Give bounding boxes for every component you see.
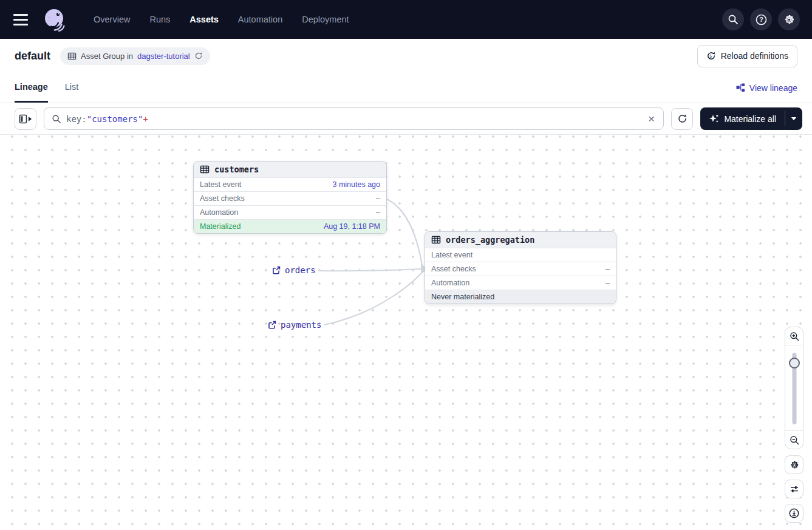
- zoom-slider[interactable]: [785, 345, 803, 430]
- lineage-edges: [0, 135, 812, 530]
- lineage-graph-icon: [736, 83, 745, 92]
- asset-node-orders-aggregation[interactable]: orders_aggregation Latest event Asset ch…: [425, 231, 616, 304]
- external-link-icon: [272, 266, 281, 274]
- zoom-slider-handle[interactable]: [789, 358, 800, 369]
- materialize-all-button[interactable]: Materialize all: [700, 107, 785, 130]
- asset-search-input[interactable]: key:"customers"+ ✕: [44, 107, 664, 130]
- help-icon: ?: [756, 14, 767, 25]
- refresh-icon[interactable]: [194, 52, 203, 60]
- materialized-timestamp-link[interactable]: Aug 19, 1:18 PM: [324, 222, 380, 231]
- materialize-dropdown-button[interactable]: [785, 107, 802, 130]
- asset-node-header[interactable]: orders_aggregation: [425, 232, 616, 248]
- svg-text:?: ?: [759, 16, 763, 23]
- nav-right-actions: ?: [722, 8, 800, 30]
- materialize-all-label: Materialize all: [724, 114, 776, 124]
- hamburger-menu-icon[interactable]: [13, 11, 30, 28]
- external-link-icon: [268, 321, 276, 329]
- tabs-row: Lineage List View lineage: [0, 73, 812, 103]
- nav-item-automation[interactable]: Automation: [238, 15, 282, 24]
- asset-row-automation: Automation –: [425, 276, 616, 290]
- zoom-controls: [785, 327, 803, 449]
- zoom-in-button[interactable]: [785, 327, 803, 345]
- refresh-icon: [677, 114, 687, 124]
- reload-definitions-label: Reload definitions: [721, 51, 788, 61]
- nav-item-runs[interactable]: Runs: [149, 15, 170, 24]
- asset-row-automation: Automation –: [194, 205, 386, 219]
- view-lineage-link[interactable]: View lineage: [736, 73, 797, 103]
- gear-icon: [783, 14, 795, 25]
- svg-text:5: 5: [709, 54, 712, 59]
- sliders-icon: [790, 484, 799, 494]
- reload-definitions-button[interactable]: 5 Reload definitions: [697, 45, 797, 67]
- external-asset-label: payments: [281, 320, 321, 330]
- dagster-logo-icon[interactable]: [43, 7, 67, 32]
- chevron-down-icon: [791, 117, 797, 121]
- graph-settings-button[interactable]: [785, 455, 803, 474]
- materialize-all-split-button: Materialize all: [700, 107, 802, 130]
- refresh-graph-button[interactable]: [671, 108, 693, 130]
- asset-row-materialized: Materialized Aug 19, 1:18 PM: [194, 219, 386, 233]
- lineage-graph-canvas[interactable]: customers Latest event 3 minutes ago Ass…: [0, 135, 812, 530]
- external-asset-payments[interactable]: payments: [268, 320, 321, 330]
- lineage-toolbar: key:"customers"+ ✕ Materialize all: [0, 103, 812, 135]
- asset-node-title: customers: [214, 165, 259, 174]
- asset-group-badge: Asset Group in dagster-tutorial: [60, 47, 210, 65]
- zoom-in-icon: [790, 331, 799, 341]
- open-sidebar-button[interactable]: [15, 108, 36, 130]
- asset-node-customers[interactable]: customers Latest event 3 minutes ago Ass…: [193, 161, 387, 234]
- page-title: default: [15, 50, 50, 63]
- gear-icon: [790, 460, 799, 470]
- external-asset-orders[interactable]: orders: [272, 265, 316, 275]
- settings-button[interactable]: [778, 8, 800, 30]
- view-lineage-label: View lineage: [749, 83, 797, 93]
- nav-item-overview[interactable]: Overview: [94, 15, 130, 24]
- search-icon: [52, 114, 61, 124]
- graph-filters-button[interactable]: [785, 480, 803, 498]
- help-button[interactable]: ?: [750, 8, 772, 30]
- asset-node-header[interactable]: customers: [194, 161, 386, 177]
- recenter-graph-button[interactable]: [785, 504, 803, 523]
- reload-icon: 5: [706, 51, 716, 61]
- nav-links: Overview Runs Assets Automation Deployme…: [94, 15, 349, 24]
- zoom-out-button[interactable]: [785, 430, 803, 449]
- clear-search-icon[interactable]: ✕: [646, 112, 658, 126]
- top-nav: Overview Runs Assets Automation Deployme…: [0, 0, 812, 39]
- search-icon: [728, 14, 739, 25]
- nav-item-assets[interactable]: Assets: [189, 15, 219, 24]
- tab-list[interactable]: List: [65, 73, 79, 103]
- page-header: default Asset Group in dagster-tutorial …: [0, 39, 812, 73]
- nav-item-deployment[interactable]: Deployment: [302, 15, 349, 24]
- table-icon: [67, 52, 77, 61]
- asset-row-asset-checks: Asset checks –: [425, 262, 616, 276]
- tab-lineage[interactable]: Lineage: [15, 73, 48, 103]
- asset-node-title: orders_aggregation: [446, 235, 534, 245]
- search-button[interactable]: [722, 8, 744, 30]
- badge-prefix: Asset Group in: [81, 52, 133, 61]
- download-circle-icon: [789, 508, 799, 518]
- sparkle-icon: [709, 114, 719, 124]
- panel-expand-icon: [19, 114, 32, 124]
- table-icon: [431, 235, 441, 245]
- asset-row-asset-checks: Asset checks –: [194, 191, 386, 205]
- zoom-out-icon: [790, 435, 799, 445]
- external-asset-label: orders: [285, 265, 316, 275]
- badge-repo-link[interactable]: dagster-tutorial: [137, 52, 190, 61]
- asset-row-never-materialized: Never materialized: [425, 290, 616, 304]
- table-icon: [200, 165, 210, 174]
- latest-event-link[interactable]: 3 minutes ago: [332, 180, 380, 189]
- asset-row-latest-event: Latest event 3 minutes ago: [194, 177, 386, 191]
- search-query-text: key:"customers"+: [66, 114, 641, 124]
- asset-row-latest-event: Latest event: [425, 248, 616, 262]
